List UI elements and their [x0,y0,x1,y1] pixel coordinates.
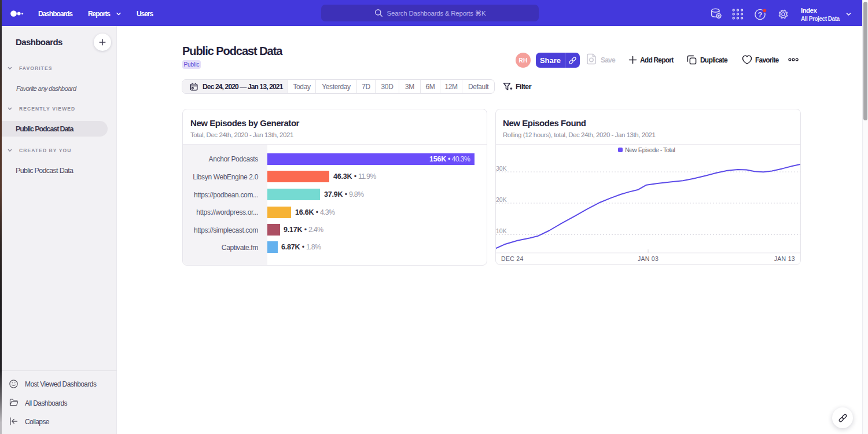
svg-text:?: ? [758,10,763,19]
